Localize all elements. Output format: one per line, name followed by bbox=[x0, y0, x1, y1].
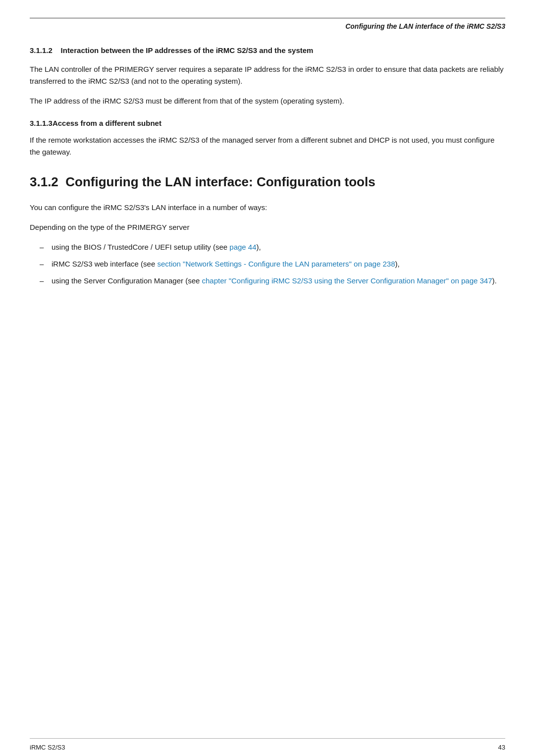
section-3112-number: 3.1.1.2 bbox=[30, 46, 53, 54]
content-area: 3.1.1.2 Interaction between the IP addre… bbox=[0, 30, 535, 531]
footer-left: iRMC S2/S3 bbox=[30, 744, 65, 751]
section-3113-heading: 3.1.1.3Access from a different subnet bbox=[30, 119, 505, 127]
section-3112-title: Interaction between the IP addresses of … bbox=[61, 46, 314, 54]
section-312-intro1: You can configure the iRMC S2/S3's LAN i… bbox=[30, 202, 505, 214]
bullet3-before: using the Server Configuration Manager (… bbox=[52, 276, 202, 285]
section-312-number: 3.1.2 bbox=[30, 174, 58, 189]
header-title: Configuring the LAN interface of the iRM… bbox=[0, 18, 535, 30]
list-item: using the BIOS / TrustedCore / UEFI setu… bbox=[40, 241, 505, 253]
bullet1-before: using the BIOS / TrustedCore / UEFI setu… bbox=[52, 243, 229, 251]
bullet-list: using the BIOS / TrustedCore / UEFI setu… bbox=[30, 241, 505, 287]
section-312: 3.1.2 Configuring the LAN interface: Con… bbox=[30, 174, 505, 287]
footer-right: 43 bbox=[498, 744, 505, 751]
section-3113-number: 3.1.1.3 bbox=[30, 119, 53, 127]
section-3112-heading: 3.1.1.2 Interaction between the IP addre… bbox=[30, 45, 505, 55]
section-3112-para1: The LAN controller of the PRIMERGY serve… bbox=[30, 63, 505, 87]
bullet3-after: ). bbox=[492, 276, 497, 285]
bullet3-link[interactable]: chapter "Configuring iRMC S2/S3 using th… bbox=[202, 276, 492, 285]
section-312-intro2: Depending on the type of the PRIMERGY se… bbox=[30, 221, 505, 233]
section-3113: 3.1.1.3Access from a different subnet If… bbox=[30, 119, 505, 158]
section-3113-title: Access from a different subnet bbox=[53, 119, 161, 127]
page-container: Configuring the LAN interface of the iRM… bbox=[0, 0, 535, 756]
footer: iRMC S2/S3 43 bbox=[0, 739, 535, 756]
bullet1-link[interactable]: page 44 bbox=[229, 243, 256, 251]
header-title-text: Configuring the LAN interface of the iRM… bbox=[345, 22, 505, 30]
bullet2-before: iRMC S2/S3 web interface (see bbox=[52, 260, 157, 268]
bullet2-after: ), bbox=[395, 260, 400, 268]
section-3112-para2: The IP address of the iRMC S2/S3 must be… bbox=[30, 95, 505, 107]
spacer bbox=[0, 531, 535, 738]
section-312-title: Configuring the LAN interface: Configura… bbox=[65, 174, 375, 189]
list-item: iRMC S2/S3 web interface (see section "N… bbox=[40, 258, 505, 270]
section-3113-para: If the remote workstation accesses the i… bbox=[30, 134, 505, 158]
section-3112: 3.1.1.2 Interaction between the IP addre… bbox=[30, 45, 505, 107]
bullet2-link[interactable]: section "Network Settings - Configure th… bbox=[157, 260, 395, 268]
list-item: using the Server Configuration Manager (… bbox=[40, 275, 505, 287]
section-312-heading: 3.1.2 Configuring the LAN interface: Con… bbox=[30, 174, 505, 191]
bullet1-after: ), bbox=[257, 243, 261, 251]
